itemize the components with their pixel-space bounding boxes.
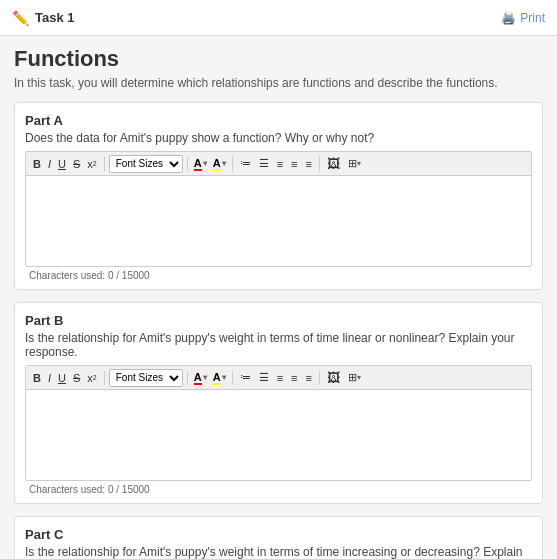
part-b-subscript-button[interactable]: x2 [84, 370, 99, 386]
part-b-italic-button[interactable]: I [45, 370, 54, 386]
subscript-button[interactable]: x2 [84, 156, 99, 172]
part-b-strikethrough-button[interactable]: S [70, 370, 83, 386]
part-a-char-count: Characters used: 0 / 15000 [25, 267, 532, 281]
align-left-button[interactable]: ≡ [274, 156, 286, 172]
part-b-toolbar: B I U S x2 Font Sizes 81012141824 A ▾ [26, 366, 531, 390]
part-c-title: Part C [25, 527, 532, 542]
sep-b-1 [104, 371, 105, 385]
part-b-align-right-button[interactable]: ≡ [302, 370, 314, 386]
part-b-font-color-button[interactable]: A ▾ [192, 369, 209, 387]
task-label: ✏️ Task 1 [12, 10, 75, 26]
bullet-list-button[interactable]: ≔ [237, 155, 254, 172]
print-icon: 🖨️ [501, 11, 516, 25]
sep-b-4 [319, 371, 320, 385]
part-b-char-count: Characters used: 0 / 15000 [25, 481, 532, 495]
page-description: In this task, you will determine which r… [14, 76, 543, 90]
part-b-editor-body[interactable] [26, 390, 531, 480]
sep-1 [104, 157, 105, 171]
part-a-editor: B I U S x2 Font Sizes 81012141824 A ▾ [25, 151, 532, 267]
pencil-icon: ✏️ [12, 10, 29, 26]
align-center-button[interactable]: ≡ [288, 156, 300, 172]
part-a-question: Does the data for Amit's puppy show a fu… [25, 131, 532, 145]
sep-4 [319, 157, 320, 171]
font-color-label: A [194, 157, 202, 171]
italic-button[interactable]: I [45, 156, 54, 172]
part-b-editor: B I U S x2 Font Sizes 81012141824 A ▾ [25, 365, 532, 481]
strikethrough-button[interactable]: S [70, 156, 83, 172]
part-a-toolbar: B I U S x2 Font Sizes 81012141824 A ▾ [26, 152, 531, 176]
part-b-font-size-select[interactable]: Font Sizes 81012141824 [109, 369, 183, 387]
part-b-image-button[interactable]: 🖼 [324, 368, 343, 387]
sep-b-3 [232, 371, 233, 385]
align-right-button[interactable]: ≡ [302, 156, 314, 172]
part-b-table-button[interactable]: ⊞▾ [345, 369, 364, 386]
underline-button[interactable]: U [55, 156, 69, 172]
part-a-editor-body[interactable] [26, 176, 531, 266]
part-b-align-center-button[interactable]: ≡ [288, 370, 300, 386]
part-b-bullet-list-button[interactable]: ≔ [237, 369, 254, 386]
part-b-highlight-button[interactable]: A ▾ [211, 369, 228, 387]
part-b-align-left-button[interactable]: ≡ [274, 370, 286, 386]
part-b-underline-button[interactable]: U [55, 370, 69, 386]
highlight-label: A [213, 157, 221, 171]
part-b-bold-button[interactable]: B [30, 370, 44, 386]
part-c-section: Part C Is the relationship for Amit's pu… [14, 516, 543, 559]
print-button[interactable]: 🖨️ Print [501, 11, 545, 25]
sep-2 [187, 157, 188, 171]
font-size-select[interactable]: Font Sizes 81012141824 [109, 155, 183, 173]
sep-3 [232, 157, 233, 171]
numbered-list-button[interactable]: ☰ [256, 155, 272, 172]
font-color-button[interactable]: A ▾ [192, 155, 209, 173]
part-c-question: Is the relationship for Amit's puppy's w… [25, 545, 532, 559]
part-a-title: Part A [25, 113, 532, 128]
table-button[interactable]: ⊞▾ [345, 155, 364, 172]
bold-button[interactable]: B [30, 156, 44, 172]
image-button[interactable]: 🖼 [324, 154, 343, 173]
part-a-section: Part A Does the data for Amit's puppy sh… [14, 102, 543, 290]
part-b-numbered-list-button[interactable]: ☰ [256, 369, 272, 386]
highlight-color-button[interactable]: A ▾ [211, 155, 228, 173]
part-b-question: Is the relationship for Amit's puppy's w… [25, 331, 532, 359]
part-b-section: Part B Is the relationship for Amit's pu… [14, 302, 543, 504]
page-title: Functions [14, 46, 543, 72]
sep-b-2 [187, 371, 188, 385]
part-b-title: Part B [25, 313, 532, 328]
